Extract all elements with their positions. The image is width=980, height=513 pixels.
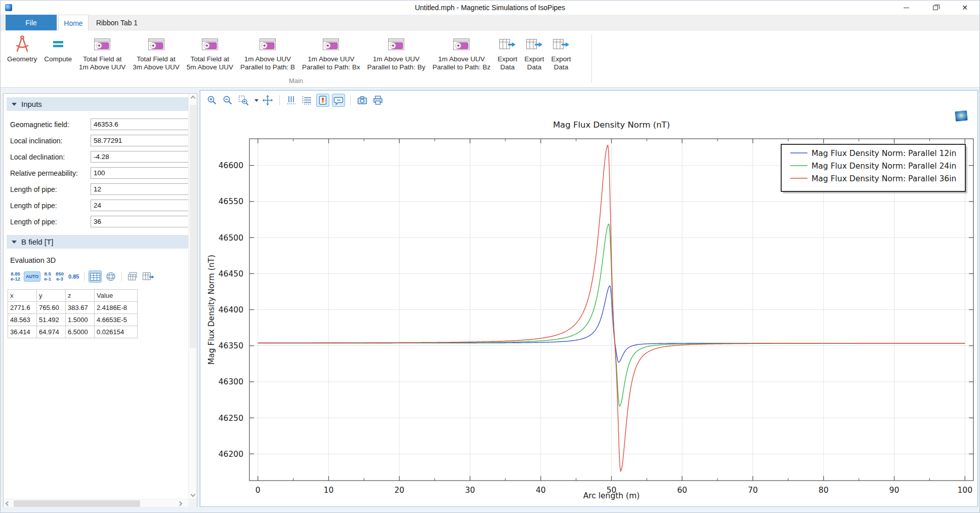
x-tick-label: 0 bbox=[255, 486, 261, 495]
ribbon-button-label: Total Field at1m Above UUV bbox=[79, 55, 125, 71]
scrollbar-thumb[interactable] bbox=[190, 105, 196, 348]
table-view-icon[interactable] bbox=[89, 270, 102, 283]
table-cell: 6.5000 bbox=[66, 326, 95, 338]
table-cell: 1.5000 bbox=[66, 314, 95, 326]
field-input-6[interactable] bbox=[91, 216, 190, 227]
print-button[interactable] bbox=[371, 94, 385, 107]
sphere-view-icon[interactable] bbox=[104, 270, 117, 283]
y-tick-label: 46200 bbox=[219, 450, 243, 459]
grid-button[interactable] bbox=[301, 94, 314, 107]
tab-file[interactable]: File bbox=[6, 15, 57, 30]
ribbon-button-export-data-1[interactable]: ExportData bbox=[494, 32, 521, 71]
ribbon: GeometryComputeTotal Field at1m Above UU… bbox=[1, 30, 979, 88]
chevron-up-icon bbox=[191, 96, 196, 101]
window-controls: ✕ bbox=[891, 1, 979, 15]
field-label: Local inclination: bbox=[10, 135, 63, 147]
vertical-scrollbar[interactable] bbox=[188, 94, 197, 499]
ribbon-button-export-data-3[interactable]: ExportData bbox=[548, 32, 575, 71]
copy-table-icon[interactable] bbox=[126, 270, 139, 283]
ribbon-button-parallel-b[interactable]: 1m Above UUVParallel to Path: B bbox=[237, 32, 299, 71]
scroll-down-button[interactable] bbox=[189, 490, 197, 499]
ribbon-button-label: ExportData bbox=[551, 55, 571, 71]
table-row[interactable]: 36.41464.9746.50000.026154 bbox=[8, 326, 138, 338]
ribbon-button-label: 1m Above UUVParallel to Path: By bbox=[367, 55, 425, 71]
axis-settings-button[interactable] bbox=[285, 94, 298, 107]
precision-engineering-button[interactable]: 850e-3 bbox=[55, 271, 65, 282]
plot-canvas[interactable]: 0102030405060708090100462004625046300463… bbox=[200, 109, 977, 507]
ribbon-button-total-field-5m[interactable]: Total Field at5m Above UUV bbox=[183, 32, 237, 71]
scrollbar-thumb[interactable] bbox=[14, 500, 140, 507]
scroll-up-button[interactable] bbox=[189, 94, 197, 102]
table-row[interactable]: 48.56351.4921.50004.6653E-5 bbox=[8, 314, 138, 326]
x-tick-label: 60 bbox=[677, 486, 687, 495]
evaluation-table: xyzValue2771.6765.60383.672.4186E-848.56… bbox=[8, 289, 138, 338]
ribbon-button-total-field-1m[interactable]: Total Field at1m Above UUV bbox=[75, 32, 129, 71]
export-icon bbox=[526, 33, 543, 55]
field-label: Geomagnetic field: bbox=[10, 119, 69, 131]
zoom-in-button[interactable] bbox=[205, 94, 219, 107]
field-input-0[interactable] bbox=[91, 119, 190, 130]
y-tick-label: 46350 bbox=[219, 341, 243, 350]
collapse-triangle-icon bbox=[12, 241, 17, 244]
close-button[interactable]: ✕ bbox=[950, 1, 979, 15]
export-icon bbox=[552, 33, 570, 55]
zoom-extents-button[interactable] bbox=[261, 94, 274, 107]
main-content: Inputs Geomagnetic field:Local inclinati… bbox=[1, 88, 979, 507]
ribbon-button-label: 1m Above UUVParallel to Path: B bbox=[240, 55, 295, 71]
table-header-x[interactable]: x bbox=[8, 290, 37, 302]
field-input-2[interactable] bbox=[91, 151, 190, 163]
precision-scientific-button[interactable]: 8.5e-1 bbox=[43, 271, 52, 282]
field-input-1[interactable] bbox=[91, 135, 190, 146]
field-input-5[interactable] bbox=[91, 200, 190, 211]
zoom-out-button[interactable] bbox=[221, 94, 234, 107]
table-cell: 2771.6 bbox=[8, 302, 37, 314]
tab-home[interactable]: Home bbox=[58, 15, 89, 31]
field-input-4[interactable] bbox=[91, 183, 190, 195]
close-icon: ✕ bbox=[962, 4, 968, 11]
table-row[interactable]: 2771.6765.60383.672.4186E-8 bbox=[8, 302, 138, 314]
ribbon-button-geometry[interactable]: Geometry bbox=[4, 32, 40, 63]
field-label: Length of pipe: bbox=[10, 200, 57, 212]
precision-decimal-button[interactable]: 0.85 bbox=[67, 273, 80, 280]
evaluation-label: Evaluation 3D bbox=[10, 256, 56, 264]
restore-button[interactable] bbox=[921, 1, 950, 15]
section-title: B field [T] bbox=[21, 238, 53, 246]
ribbon-group-label: Main bbox=[1, 77, 591, 85]
dropdown-caret-icon[interactable] bbox=[254, 99, 259, 102]
plot-window-icon bbox=[148, 33, 165, 55]
ribbon-button-export-data-2[interactable]: ExportData bbox=[521, 32, 547, 71]
section-header-inputs[interactable]: Inputs bbox=[7, 97, 189, 111]
ribbon-button-parallel-bx[interactable]: 1m Above UUVParallel to Path: Bx bbox=[299, 32, 364, 71]
table-cell: 765.60 bbox=[37, 302, 66, 314]
tab-ribbon-tab-1[interactable]: Ribbon Tab 1 bbox=[90, 15, 144, 30]
restore-icon bbox=[933, 6, 938, 10]
field-label: Length of pipe: bbox=[10, 216, 57, 228]
x-tick-label: 70 bbox=[748, 486, 758, 495]
ribbon-button-parallel-bz[interactable]: 1m Above UUVParallel to Path: Bz bbox=[429, 32, 494, 71]
precision-auto-button[interactable]: AUTO bbox=[24, 271, 40, 282]
x-tick-label: 40 bbox=[536, 486, 546, 495]
geometry-icon bbox=[13, 33, 31, 55]
table-cell: 2.4186E-8 bbox=[95, 302, 138, 314]
snapshot-button[interactable] bbox=[356, 94, 369, 107]
table-header-z[interactable]: z bbox=[66, 290, 95, 302]
ribbon-button-parallel-by[interactable]: 1m Above UUVParallel to Path: By bbox=[364, 32, 429, 71]
minimize-button[interactable] bbox=[891, 1, 921, 15]
zoom-box-button[interactable] bbox=[237, 94, 250, 107]
legend-toggle-button[interactable] bbox=[316, 94, 329, 107]
horizontal-scrollbar[interactable] bbox=[4, 499, 189, 507]
field-label: Local declination: bbox=[10, 151, 65, 163]
export-table-icon[interactable] bbox=[142, 270, 155, 283]
chevron-left-icon bbox=[6, 501, 11, 506]
field-input-3[interactable] bbox=[91, 167, 190, 179]
table-header-y[interactable]: y bbox=[37, 290, 66, 302]
tooltip-toggle-button[interactable] bbox=[332, 94, 345, 107]
ribbon-button-label: ExportData bbox=[497, 55, 517, 71]
x-tick-label: 80 bbox=[819, 486, 829, 495]
table-header-Value[interactable]: Value bbox=[95, 290, 138, 302]
section-header-bfield[interactable]: B field [T] bbox=[7, 235, 189, 249]
ribbon-button-total-field-3m[interactable]: Total Field at3m Above UUV bbox=[129, 32, 183, 71]
ribbon-button-compute[interactable]: Compute bbox=[40, 32, 75, 63]
ribbon-button-label: Total Field at5m Above UUV bbox=[187, 55, 233, 71]
precision-fixed-button[interactable]: 8.85e-12 bbox=[10, 271, 21, 282]
